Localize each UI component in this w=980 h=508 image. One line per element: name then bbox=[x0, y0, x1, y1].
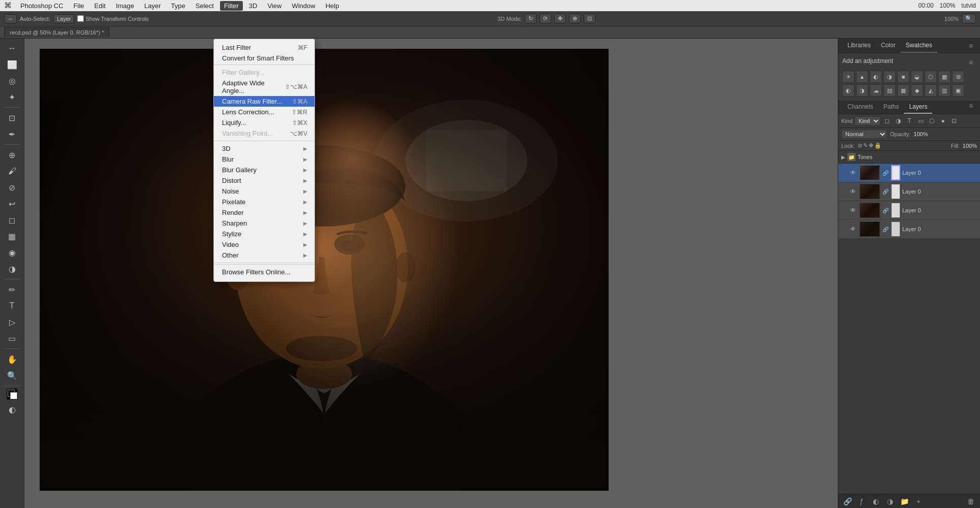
lens-correction-item[interactable]: Lens Correction... ⇧⌘R bbox=[214, 107, 314, 117]
document-tab[interactable]: recd.psd @ 50% (Layer 0, RGB/16*) * bbox=[4, 27, 109, 37]
threshold-adj-btn[interactable]: ▦ bbox=[897, 84, 909, 97]
link-layers-btn[interactable]: 🔗 bbox=[842, 496, 852, 506]
filter-gallery-item[interactable]: Filter Gallery... bbox=[214, 67, 314, 78]
add-mask-btn[interactable]: ◐ bbox=[871, 496, 881, 506]
group-collapse-arrow[interactable]: ▶ bbox=[841, 154, 845, 160]
add-adjustment-btn[interactable]: ◑ bbox=[885, 496, 895, 506]
fill-adj-btn[interactable]: ▥ bbox=[938, 84, 951, 97]
dodge-tool-icon[interactable]: ◑ bbox=[5, 261, 20, 276]
quick-mask-icon[interactable]: ◐ bbox=[5, 402, 20, 417]
menu-3d[interactable]: 3D bbox=[245, 1, 262, 11]
move-tool-icon[interactable]: ↔ bbox=[5, 41, 20, 56]
menu-filter[interactable]: Filter bbox=[220, 1, 243, 11]
libraries-tab[interactable]: Libraries bbox=[842, 39, 876, 53]
channelmixer-adj-btn[interactable]: ◐ bbox=[842, 84, 855, 97]
invert-adj-btn[interactable]: ☁ bbox=[870, 84, 882, 97]
layer-select[interactable]: Layer bbox=[53, 14, 75, 23]
3d-rotate-btn[interactable]: ↻ bbox=[525, 14, 536, 23]
filter-render-item[interactable]: Render ▶ bbox=[214, 207, 314, 218]
filter-blur-item[interactable]: Blur ▶ bbox=[214, 154, 314, 165]
filter-stylize-item[interactable]: Stylize ▶ bbox=[214, 229, 314, 239]
menu-select[interactable]: Select bbox=[192, 1, 218, 11]
type-tool-icon[interactable]: T bbox=[5, 298, 20, 313]
filter-pixelate-item[interactable]: Pixelate ▶ bbox=[214, 197, 314, 207]
eyedropper-icon[interactable]: ✒ bbox=[5, 126, 20, 142]
layer-link-1[interactable]: 🔗 bbox=[882, 188, 889, 195]
add-layer-btn[interactable]: + bbox=[913, 496, 924, 506]
vanishing-point-item[interactable]: Vanishing Point... ⌥⌘V bbox=[214, 128, 314, 139]
filter-blur-gallery-item[interactable]: Blur Gallery ▶ bbox=[214, 165, 314, 175]
menu-help[interactable]: Help bbox=[322, 1, 343, 11]
adjustment-filter-btn[interactable]: ◑ bbox=[894, 116, 903, 125]
curves-adj-btn[interactable]: ◐ bbox=[870, 71, 882, 83]
lock-image-btn[interactable]: ✎ bbox=[863, 142, 868, 149]
menu-layer[interactable]: Layer bbox=[140, 1, 165, 11]
vibrance-adj-btn[interactable]: ■ bbox=[897, 71, 909, 83]
selected-filter-btn[interactable]: ● bbox=[938, 116, 947, 125]
table-row[interactable]: 👁 🔗 Layer 0 bbox=[838, 164, 980, 182]
filter-distort-item[interactable]: Distort ▶ bbox=[214, 175, 314, 186]
layer-visibility-0[interactable]: 👁 bbox=[848, 168, 858, 177]
panel-menu-icon[interactable]: ≡ bbox=[966, 41, 976, 51]
camera-raw-filter-item[interactable]: Camera Raw Filter... ⇧⌘A bbox=[214, 96, 314, 107]
show-transform-checkbox[interactable] bbox=[77, 15, 84, 22]
filter-sharpen-item[interactable]: Sharpen ▶ bbox=[214, 218, 314, 229]
blur-tool-icon[interactable]: ◉ bbox=[5, 245, 20, 260]
pattern-adj-btn[interactable]: ▣ bbox=[952, 84, 964, 97]
swatches-tab[interactable]: Swatches bbox=[901, 39, 937, 53]
gradientmap-adj-btn[interactable]: ◆ bbox=[911, 84, 923, 97]
pixel-filter-btn[interactable]: ◻ bbox=[882, 116, 892, 125]
tones-group-row[interactable]: ▶ 📁 Tones bbox=[838, 151, 980, 164]
filter-video-item[interactable]: Video ▶ bbox=[214, 239, 314, 250]
3d-pan-btn[interactable]: ✥ bbox=[554, 14, 566, 23]
lock-transparent-btn[interactable]: ⊘ bbox=[858, 142, 862, 149]
kind-select[interactable]: Kind bbox=[855, 116, 880, 125]
foreground-color[interactable] bbox=[7, 389, 18, 400]
layer-visibility-3[interactable]: 👁 bbox=[848, 225, 858, 234]
layer-link-3[interactable]: 🔗 bbox=[882, 226, 889, 233]
browse-filters-item[interactable]: Browse Filters Online... bbox=[214, 267, 314, 277]
menu-edit[interactable]: Edit bbox=[90, 1, 110, 11]
zoom-tool-icon[interactable]: 🔍 bbox=[5, 368, 20, 383]
layers-panel-menu-icon[interactable]: ≡ bbox=[966, 101, 976, 111]
menu-photoshop[interactable]: Photoshop CC bbox=[16, 1, 68, 11]
search-btn[interactable]: 🔍 bbox=[962, 14, 976, 23]
marquee-tool-icon[interactable]: ⬜ bbox=[5, 57, 20, 72]
delete-layer-btn[interactable]: 🗑 bbox=[966, 496, 976, 506]
layer-visibility-2[interactable]: 👁 bbox=[848, 206, 858, 215]
filter-other-item[interactable]: Other ▶ bbox=[214, 250, 314, 261]
brightness-adj-btn[interactable]: ☀ bbox=[842, 71, 855, 83]
artboard-filter-btn[interactable]: ⊡ bbox=[950, 116, 959, 125]
table-row[interactable]: 👁 🔗 Layer 0 bbox=[838, 201, 980, 220]
add-group-btn[interactable]: 📁 bbox=[899, 496, 909, 506]
history-brush-icon[interactable]: ↩ bbox=[5, 196, 20, 211]
convert-smart-filters-item[interactable]: Convert for Smart Filters bbox=[214, 53, 314, 64]
layer-visibility-1[interactable]: 👁 bbox=[848, 187, 858, 196]
table-row[interactable]: 👁 🔗 Layer 0 bbox=[838, 182, 980, 201]
layer-link-0[interactable]: 🔗 bbox=[882, 169, 889, 176]
crop-tool-icon[interactable]: ⊡ bbox=[5, 110, 20, 125]
hsl-adj-btn[interactable]: ◒ bbox=[911, 71, 923, 83]
add-style-btn[interactable]: ƒ bbox=[857, 496, 867, 506]
move-tool-btn[interactable]: ↔ bbox=[4, 14, 17, 23]
lock-position-btn[interactable]: ✥ bbox=[869, 142, 873, 149]
3d-scale-btn[interactable]: ⊡ bbox=[584, 14, 595, 23]
gradient-tool-icon[interactable]: ▦ bbox=[5, 229, 20, 244]
smartobject-filter-btn[interactable]: ⬡ bbox=[927, 116, 936, 125]
filter-3d-item[interactable]: 3D ▶ bbox=[214, 143, 314, 154]
paths-tab[interactable]: Paths bbox=[878, 101, 904, 114]
eraser-tool-icon[interactable]: ◻ bbox=[5, 212, 20, 228]
last-filter-item[interactable]: Last Filter ⌘F bbox=[214, 42, 314, 53]
clone-stamp-icon[interactable]: ⊘ bbox=[5, 180, 20, 195]
liquify-item[interactable]: Liquify... ⇧⌘X bbox=[214, 117, 314, 128]
hand-tool-icon[interactable]: ✋ bbox=[5, 352, 20, 367]
bw-adj-btn[interactable]: ▩ bbox=[938, 71, 951, 83]
magic-wand-icon[interactable]: ✦ bbox=[5, 89, 20, 105]
colorlookup-adj-btn[interactable]: ◑ bbox=[856, 84, 868, 97]
layers-tab[interactable]: Layers bbox=[904, 101, 932, 114]
channels-tab[interactable]: Channels bbox=[842, 101, 878, 114]
brush-tool-icon[interactable]: 🖌 bbox=[5, 164, 20, 179]
3d-roll-btn[interactable]: ⟳ bbox=[540, 14, 551, 23]
menu-type[interactable]: Type bbox=[167, 1, 189, 11]
photo-filter-adj-btn[interactable]: ⊞ bbox=[952, 71, 964, 83]
